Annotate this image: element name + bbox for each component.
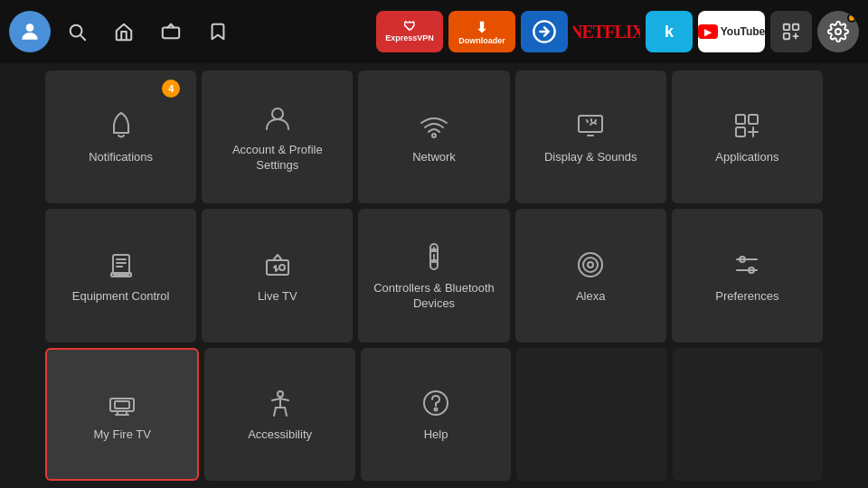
svg-rect-4 — [784, 24, 789, 30]
grid-row-3: My Fire TV Accessibility Help — [45, 348, 823, 481]
svg-rect-16 — [736, 115, 745, 124]
equipment-control-label: Equipment Control — [72, 289, 170, 305]
kodi-app-icon[interactable]: k — [646, 11, 693, 52]
live-tv-tile[interactable]: Live TV — [202, 209, 353, 342]
account-profile-tile[interactable]: Account & Profile Settings — [202, 70, 353, 203]
svg-point-12 — [432, 134, 436, 137]
netflix-app-icon[interactable]: NETFLIX — [573, 11, 640, 52]
applications-label: Applications — [715, 150, 778, 165]
account-label: Account & Profile Settings — [211, 143, 344, 174]
alexa-tile[interactable]: Alexa — [515, 209, 666, 342]
svg-point-34 — [579, 253, 602, 277]
home-nav-icon[interactable] — [103, 11, 145, 52]
svg-rect-18 — [736, 127, 745, 136]
applications-tile[interactable]: Applications — [672, 70, 823, 203]
svg-point-0 — [26, 23, 34, 32]
display-sounds-tile[interactable]: Display & Sounds — [515, 70, 666, 203]
svg-line-2 — [80, 35, 85, 40]
svg-rect-44 — [115, 401, 129, 408]
help-label: Help — [424, 427, 448, 443]
youtube-label: YouTube — [721, 25, 765, 38]
equipment-control-tile[interactable]: Equipment Control — [45, 209, 196, 342]
notifications-tile[interactable]: 4 Notifications — [45, 70, 196, 203]
tv-nav-icon[interactable] — [150, 11, 192, 52]
controllers-bluetooth-tile[interactable]: Controllers & Bluetooth Devices — [358, 209, 509, 342]
display-sounds-label: Display & Sounds — [544, 150, 637, 165]
fcloud-app-icon[interactable] — [521, 11, 568, 52]
downloader-app-icon[interactable]: ⬇ Downloader — [448, 11, 515, 52]
settings-app-icon[interactable] — [817, 11, 859, 52]
live-tv-label: Live TV — [258, 289, 297, 305]
svg-rect-17 — [749, 115, 758, 124]
network-tile[interactable]: Network — [358, 70, 509, 203]
svg-point-36 — [588, 262, 593, 267]
search-nav-icon[interactable] — [56, 11, 98, 52]
svg-point-35 — [583, 258, 598, 272]
preferences-tile[interactable]: Preferences — [672, 209, 823, 342]
svg-line-47 — [274, 408, 276, 416]
empty-tile-1 — [516, 348, 666, 481]
avatar-icon[interactable] — [9, 11, 51, 52]
svg-point-9 — [835, 29, 841, 34]
my-fire-tv-tile[interactable]: My Fire TV — [45, 348, 199, 481]
svg-line-48 — [285, 408, 287, 416]
controllers-label: Controllers & Bluetooth Devices — [367, 281, 500, 312]
network-label: Network — [412, 150, 456, 165]
alexa-label: Alexa — [576, 289, 606, 305]
svg-point-50 — [435, 408, 438, 410]
expressvpn-app-icon[interactable]: 🛡 ExpressVPN — [376, 11, 443, 52]
svg-rect-19 — [113, 255, 129, 275]
empty-tile-2 — [673, 348, 823, 481]
preferences-label: Preferences — [715, 289, 778, 305]
svg-point-25 — [279, 265, 285, 270]
grid-row-2: Equipment Control Live TV — [45, 209, 823, 342]
svg-rect-6 — [784, 33, 789, 39]
grid-row-1: 4 Notifications Account & Profile Settin… — [45, 70, 823, 203]
accessibility-label: Accessibility — [248, 427, 312, 443]
settings-notification-dot — [847, 14, 856, 23]
appgrid-app-icon[interactable] — [770, 11, 812, 52]
notification-badge: 4 — [162, 80, 180, 98]
svg-point-11 — [272, 108, 283, 119]
accessibility-tile[interactable]: Accessibility — [204, 348, 354, 481]
my-fire-tv-label: My Fire TV — [94, 427, 151, 443]
topbar: 🛡 ExpressVPN ⬇ Downloader NETFLIX k ▶ Y — [0, 0, 868, 63]
settings-grid: 4 Notifications Account & Profile Settin… — [0, 63, 868, 488]
youtube-app-icon[interactable]: ▶ YouTube — [698, 11, 765, 52]
svg-rect-5 — [793, 24, 798, 30]
svg-rect-3 — [163, 27, 179, 38]
bookmark-nav-icon[interactable] — [197, 11, 239, 52]
notifications-label: Notifications — [89, 150, 153, 165]
help-tile[interactable]: Help — [361, 348, 511, 481]
